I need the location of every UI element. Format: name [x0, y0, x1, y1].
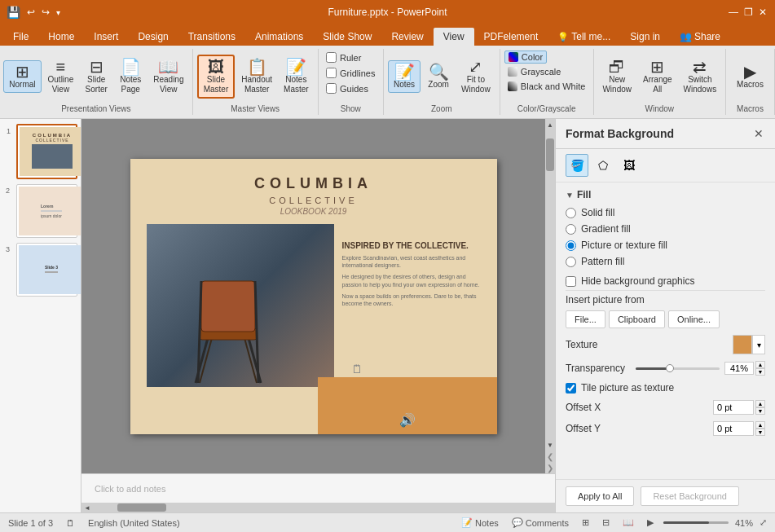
color-button[interactable]: Color	[504, 51, 547, 64]
picture-fill-radio[interactable]	[566, 240, 576, 251]
slide-master-button[interactable]: 🖼 SlideMaster	[197, 55, 236, 99]
scroll-thumb[interactable]	[546, 138, 554, 171]
zoom-button[interactable]: 🔍 Zoom	[422, 61, 455, 92]
slide-canvas[interactable]: COLUMBIA COLLECTIVE LOOKBOOK 2019	[130, 159, 497, 434]
transparency-thumb[interactable]	[666, 364, 674, 372]
offset-x-input[interactable]	[713, 400, 754, 415]
tile-checkbox-label[interactable]: Tile picture as texture	[566, 382, 765, 394]
notes-area[interactable]: Click to add notes	[81, 473, 555, 503]
gradient-fill-radio[interactable]	[566, 224, 576, 235]
fit-screen-button[interactable]: ⤢	[760, 517, 767, 528]
tab-pdfelement[interactable]: PDFelement	[474, 28, 548, 46]
scroll-collapse-1[interactable]: ❮	[545, 451, 555, 462]
reading-view-button[interactable]: 📖 ReadingView	[148, 56, 188, 97]
picture-tab-button[interactable]: 🖼	[618, 154, 641, 177]
save-icon[interactable]: 💾	[7, 6, 20, 19]
tab-transitions[interactable]: Transitions	[178, 28, 245, 46]
slide-sorter-button[interactable]: ⊟ SlideSorter	[80, 56, 112, 97]
zoom-slider[interactable]	[663, 521, 729, 524]
customize-icon[interactable]: ▾	[56, 8, 60, 17]
offset-y-input[interactable]	[713, 421, 754, 436]
black-white-button[interactable]: Black and White	[504, 80, 588, 93]
pattern-fill-option[interactable]: Pattern fill	[566, 256, 765, 267]
hide-bg-checkbox[interactable]	[566, 276, 576, 287]
scroll-collapse-2[interactable]: ❯	[545, 462, 555, 473]
tab-design[interactable]: Design	[128, 28, 178, 46]
outline-view-button[interactable]: ≡ OutlineView	[43, 56, 79, 97]
offset-y-increment[interactable]: ▲	[755, 421, 765, 429]
grayscale-button[interactable]: Grayscale	[504, 65, 565, 78]
tab-home[interactable]: Home	[38, 28, 84, 46]
online-button[interactable]: Online...	[668, 310, 720, 328]
minimize-button[interactable]: —	[728, 7, 739, 18]
gridlines-checkbox[interactable]	[326, 68, 337, 78]
slide-sorter-status-button[interactable]: ⊟	[599, 517, 613, 528]
apply-to-all-button[interactable]: Apply to All	[566, 486, 634, 506]
slide-thumb-2[interactable]: 2 Lorem ipsum dolor	[16, 184, 77, 238]
tab-slideshow[interactable]: Slide Show	[313, 28, 381, 46]
scroll-left-button[interactable]: ◄	[81, 503, 93, 512]
texture-dropdown-button[interactable]: ▾	[752, 335, 765, 354]
close-button[interactable]: ✕	[757, 7, 768, 18]
notes-view-button[interactable]: 📝 Notes	[388, 60, 421, 93]
fill-tab-button[interactable]: 🪣	[566, 154, 588, 177]
offset-x-decrement[interactable]: ▼	[755, 407, 765, 415]
tab-signin[interactable]: Sign in	[620, 28, 670, 46]
fit-window-button[interactable]: ⤢ Fit toWindow	[456, 56, 495, 97]
comments-status-button[interactable]: 💬 Comments	[509, 517, 572, 528]
gridlines-checkbox-label[interactable]: Gridlines	[323, 66, 378, 80]
tab-tellme[interactable]: 💡Tell me...	[548, 28, 620, 46]
tab-animations[interactable]: Animations	[245, 28, 313, 46]
solid-fill-radio[interactable]	[566, 208, 576, 218]
panel-close-button[interactable]: ✕	[752, 125, 765, 142]
tab-view[interactable]: View	[434, 28, 474, 46]
normal-view-button[interactable]: ⊞ Normal	[3, 60, 41, 93]
tab-share[interactable]: 👥Share	[670, 28, 730, 46]
hide-bg-checkbox-label[interactable]: Hide background graphics	[566, 275, 765, 287]
file-button[interactable]: File...	[566, 310, 605, 328]
transparency-increment[interactable]: ▲	[755, 361, 765, 368]
offset-y-decrement[interactable]: ▼	[755, 429, 765, 436]
notes-status-button[interactable]: 📝 Notes	[458, 517, 502, 528]
slide-thumb-1[interactable]: 1 COLUMBIA COLLECTIVE	[16, 124, 77, 179]
normal-status-button[interactable]: ⊞	[579, 517, 592, 528]
scroll-down-button[interactable]: ▼	[545, 439, 555, 451]
h-scroll-thumb[interactable]	[117, 503, 166, 512]
tab-review[interactable]: Review	[381, 28, 433, 46]
offset-x-increment[interactable]: ▲	[755, 400, 765, 407]
handout-master-button[interactable]: 📋 HandoutMaster	[236, 56, 277, 97]
fill-section-header[interactable]: ▼ Fill	[566, 189, 765, 200]
redo-icon[interactable]: ↪	[42, 7, 50, 18]
new-window-button[interactable]: 🗗 NewWindow	[597, 56, 636, 97]
texture-preview[interactable]	[733, 335, 752, 354]
effects-tab-button[interactable]: ⬠	[592, 154, 614, 177]
arrange-all-button[interactable]: ⊞ ArrangeAll	[638, 56, 677, 97]
slideshow-status-button[interactable]: ▶	[644, 517, 657, 528]
transparency-slider[interactable]	[636, 367, 720, 370]
guides-checkbox[interactable]	[326, 83, 337, 94]
guides-checkbox-label[interactable]: Guides	[323, 81, 372, 95]
notes-page-button[interactable]: 📄 NotesPage	[114, 56, 147, 97]
scroll-up-button[interactable]: ▲	[545, 119, 555, 130]
undo-icon[interactable]: ↩	[27, 7, 35, 18]
switch-windows-button[interactable]: ⇄ SwitchWindows	[679, 56, 722, 97]
transparency-decrement[interactable]: ▼	[755, 368, 765, 376]
notes-master-button[interactable]: 📝 NotesMaster	[279, 56, 314, 97]
gradient-fill-option[interactable]: Gradient fill	[566, 223, 765, 235]
transparency-input[interactable]	[724, 362, 754, 375]
pattern-fill-radio[interactable]	[566, 257, 576, 267]
slide-thumb-3[interactable]: 3 Slide 3	[16, 243, 77, 297]
ruler-checkbox[interactable]	[326, 52, 337, 63]
tab-insert[interactable]: Insert	[84, 28, 128, 46]
tab-file[interactable]: File	[3, 28, 38, 46]
macros-button[interactable]: ▶ Macros	[732, 61, 768, 92]
reading-status-button[interactable]: 📖	[619, 517, 637, 528]
restore-button[interactable]: ❐	[742, 7, 754, 18]
ruler-checkbox-label[interactable]: Ruler	[323, 51, 364, 64]
tile-checkbox[interactable]	[566, 383, 576, 394]
clipboard-button[interactable]: Clipboard	[609, 310, 665, 328]
zoom-label: Zoom	[431, 103, 452, 113]
reset-background-button[interactable]: Reset Background	[641, 486, 739, 506]
picture-fill-option[interactable]: Picture or texture fill	[566, 240, 765, 251]
solid-fill-option[interactable]: Solid fill	[566, 207, 765, 218]
